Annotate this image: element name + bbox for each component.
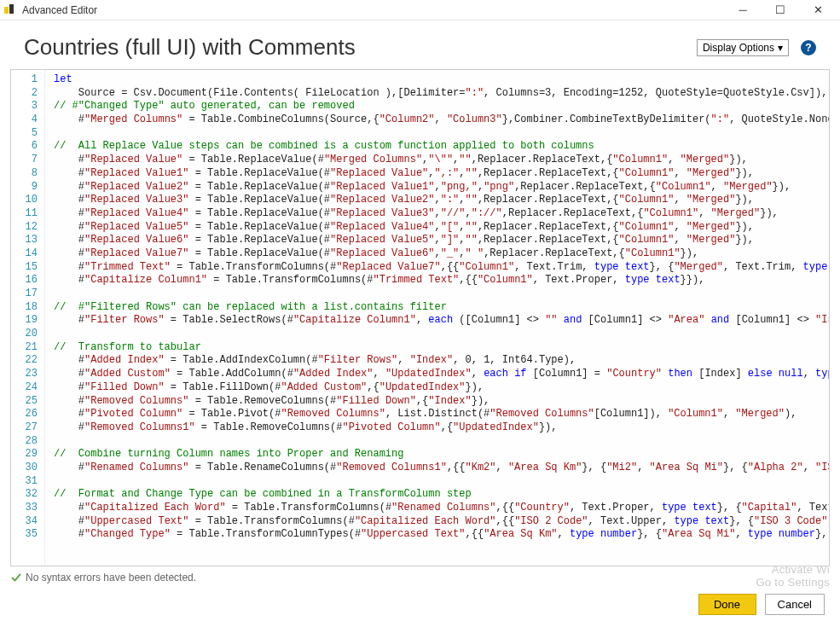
code-line[interactable]: #"Replaced Value2" = Table.ReplaceValue(… xyxy=(54,181,826,194)
title-bar: Advanced Editor ─ ☐ ✕ xyxy=(0,0,840,20)
display-options-label: Display Options xyxy=(703,42,774,54)
code-line[interactable] xyxy=(54,127,826,141)
code-line[interactable]: #"Removed Columns" = Table.RemoveColumns… xyxy=(54,395,826,409)
minimize-button[interactable]: ─ xyxy=(724,0,762,20)
code-line[interactable]: #"Replaced Value4" = Table.ReplaceValue(… xyxy=(54,207,826,221)
code-line[interactable]: #"Pivoted Column" = Table.Pivot(#"Remove… xyxy=(54,408,826,421)
code-line[interactable]: #"Replaced Value3" = Table.ReplaceValue(… xyxy=(54,194,826,207)
code-line[interactable]: Source = Csv.Document(File.Contents( Fil… xyxy=(54,87,826,101)
code-line[interactable]: #"Replaced Value5" = Table.ReplaceValue(… xyxy=(54,221,826,235)
cancel-button[interactable]: Cancel xyxy=(765,594,825,615)
status-message: No syntax errors have been detected. xyxy=(26,572,196,583)
code-line[interactable]: // Combine turning Column names into Pro… xyxy=(54,448,826,462)
help-icon[interactable]: ? xyxy=(801,40,816,55)
code-line[interactable]: #"Changed Type" = Table.TransformColumnT… xyxy=(54,528,826,542)
code-line[interactable]: #"Capitalize Column1" = Table.TransformC… xyxy=(54,274,826,287)
code-line[interactable]: #"Filter Rows" = Table.SelectRows(#"Capi… xyxy=(54,314,826,328)
code-content[interactable]: let Source = Csv.Document(File.Contents(… xyxy=(45,70,829,566)
code-line[interactable]: #"Added Index" = Table.AddIndexColumn(#"… xyxy=(54,354,826,368)
line-number-gutter: 1234567891011121314151617181920212223242… xyxy=(11,70,45,566)
code-line[interactable]: let xyxy=(54,73,826,87)
close-button[interactable]: ✕ xyxy=(799,0,837,20)
code-line[interactable]: #"Added Custom" = Table.AddColumn(#"Adde… xyxy=(54,368,826,381)
svg-rect-0 xyxy=(4,7,9,14)
code-line[interactable]: #"Merged Columns" = Table.CombineColumns… xyxy=(54,113,826,127)
code-line[interactable]: #"Filled Down" = Table.FillDown(#"Added … xyxy=(54,381,826,395)
check-icon xyxy=(10,572,22,583)
code-line[interactable]: #"Replaced Value6" = Table.ReplaceValue(… xyxy=(54,234,826,247)
code-line[interactable]: // #"Changed Type" auto generated, can b… xyxy=(54,100,826,113)
code-line[interactable]: // #"Filtered Rows" can be replaced with… xyxy=(54,301,826,315)
code-line[interactable]: #"Uppercased Text" = Table.TransformColu… xyxy=(54,515,826,529)
maximize-button[interactable]: ☐ xyxy=(762,0,799,20)
window-title: Advanced Editor xyxy=(22,4,97,16)
code-line[interactable]: // Format and Change Type can be combine… xyxy=(54,488,826,502)
code-line[interactable]: #"Removed Columns1" = Table.RemoveColumn… xyxy=(54,421,826,435)
code-line[interactable] xyxy=(54,475,826,489)
code-line[interactable]: #"Trimmed Text" = Table.TransformColumns… xyxy=(54,261,826,275)
app-icon xyxy=(3,3,17,17)
code-line[interactable]: #"Capitalized Each Word" = Table.Transfo… xyxy=(54,502,826,515)
code-line[interactable]: #"Renamed Columns" = Table.RenameColumns… xyxy=(54,462,826,475)
code-line[interactable]: #"Replaced Value7" = Table.ReplaceValue(… xyxy=(54,247,826,261)
dialog-button-row: Done Cancel xyxy=(0,585,840,627)
page-title: Countries (full UI) with Comments xyxy=(24,34,697,61)
code-line[interactable]: #"Replaced Value" = Table.ReplaceValue(#… xyxy=(54,154,826,167)
code-line[interactable]: // Transform to tabular xyxy=(54,341,826,355)
code-line[interactable] xyxy=(54,328,826,341)
header-row: Countries (full UI) with Comments Displa… xyxy=(0,20,840,69)
status-bar: No syntax errors have been detected. xyxy=(0,566,840,585)
code-editor[interactable]: 1234567891011121314151617181920212223242… xyxy=(10,69,830,566)
display-options-dropdown[interactable]: Display Options ▾ xyxy=(697,39,789,56)
chevron-down-icon: ▾ xyxy=(778,42,783,54)
code-line[interactable] xyxy=(54,287,826,301)
window-controls: ─ ☐ ✕ xyxy=(724,0,837,20)
code-line[interactable] xyxy=(54,435,826,449)
code-line[interactable]: // All Replace Value steps can be combin… xyxy=(54,140,826,154)
svg-rect-1 xyxy=(9,4,14,14)
code-line[interactable]: #"Replaced Value1" = Table.ReplaceValue(… xyxy=(54,167,826,181)
done-button[interactable]: Done xyxy=(698,594,756,615)
